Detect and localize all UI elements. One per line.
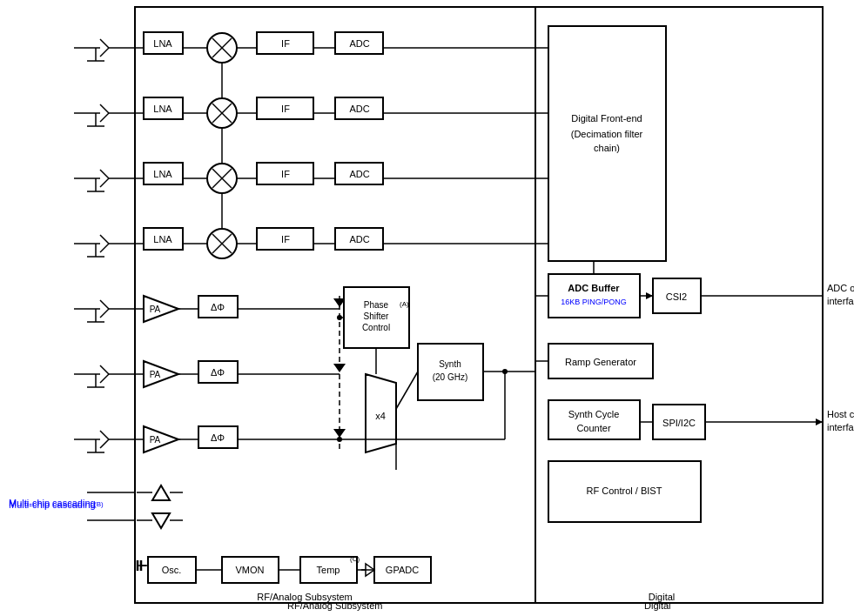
svg-line-5 (100, 39, 109, 48)
svg-text:Synth Cycle: Synth Cycle (568, 409, 620, 419)
svg-text:ADC: ADC (349, 169, 369, 179)
svg-text:ADC Buffer: ADC Buffer (568, 283, 620, 293)
svg-text:IF: IF (281, 169, 290, 179)
svg-line-111 (100, 439, 109, 448)
svg-text:interface: interface (827, 422, 854, 432)
svg-line-64 (100, 244, 109, 252)
svg-line-98 (100, 365, 109, 374)
svg-text:Synth: Synth (439, 359, 461, 369)
svg-text:CSI2: CSI2 (666, 291, 687, 302)
svg-text:PA: PA (150, 370, 161, 379)
svg-line-87 (100, 309, 109, 318)
svg-text:GPADC: GPADC (386, 565, 419, 575)
svg-rect-147 (548, 274, 640, 318)
svg-marker-187 (152, 485, 170, 500)
svg-rect-160 (548, 400, 640, 439)
svg-text:IF: IF (281, 38, 290, 49)
svg-text:(20 GHz): (20 GHz) (433, 372, 468, 382)
svg-point-131 (337, 315, 342, 320)
svg-text:Host control: Host control (827, 409, 854, 419)
svg-text:ΔΦ: ΔΦ (211, 432, 225, 443)
svg-text:ADC: ADC (349, 104, 369, 114)
svg-text:RF Control / BIST: RF Control / BIST (587, 485, 662, 496)
svg-text:Phase: Phase (364, 300, 389, 310)
svg-text:(A): (A) (400, 300, 409, 308)
svg-line-26 (100, 113, 109, 122)
svg-line-6 (100, 48, 109, 57)
svg-text:Ramp Generator: Ramp Generator (565, 357, 636, 367)
svg-text:interface: interface (827, 296, 854, 306)
svg-line-25 (100, 104, 109, 113)
svg-text:16KB PING/PONG: 16KB PING/PONG (561, 298, 627, 306)
svg-marker-166 (816, 418, 823, 425)
svg-line-44 (100, 170, 109, 178)
svg-text:Shifter: Shifter (364, 311, 390, 321)
svg-text:LNA: LNA (153, 104, 172, 114)
svg-line-45 (100, 178, 109, 187)
svg-text:(Decimation filter: (Decimation filter (571, 129, 643, 139)
svg-text:Digital Front-end: Digital Front-end (571, 113, 642, 124)
svg-marker-153 (646, 292, 653, 299)
svg-text:ADC output: ADC output (827, 283, 854, 293)
svg-text:LNA: LNA (153, 169, 172, 179)
diagram-container: RF/Analog Subsystem Digital LNA IF ADC (0, 0, 854, 616)
svg-text:SPI/I2C: SPI/I2C (662, 418, 696, 428)
svg-text:LNA: LNA (153, 234, 172, 244)
svg-text:x4: x4 (375, 411, 386, 421)
svg-text:Counter: Counter (576, 423, 610, 433)
svg-text:Osc.: Osc. (162, 565, 182, 575)
svg-point-143 (337, 437, 342, 442)
svg-text:(C): (C) (350, 555, 360, 563)
svg-marker-188 (152, 513, 170, 528)
svg-marker-123 (333, 364, 346, 372)
svg-marker-124 (333, 429, 346, 438)
svg-text:chain): chain) (594, 143, 620, 153)
diagram-svg: RF/Analog Subsystem Digital LNA IF ADC (0, 0, 854, 616)
svg-line-138 (396, 372, 418, 409)
svg-text:IF: IF (281, 104, 290, 114)
multi-chip-label: Multi-chip cascading (9, 499, 96, 510)
svg-text:Temp: Temp (317, 565, 340, 575)
svg-line-86 (100, 300, 109, 309)
svg-text:Control: Control (362, 323, 390, 332)
svg-text:PA: PA (150, 435, 161, 445)
svg-text:VMON: VMON (236, 565, 265, 575)
svg-line-63 (100, 235, 109, 244)
svg-line-110 (100, 431, 109, 439)
svg-text:IF: IF (281, 234, 290, 244)
svg-text:LNA: LNA (153, 38, 172, 49)
svg-text:ADC: ADC (349, 38, 369, 49)
svg-text:ΔΦ: ΔΦ (211, 367, 225, 378)
svg-text:PA: PA (150, 305, 161, 314)
svg-text:ΔΦ: ΔΦ (211, 302, 225, 312)
rf-analog-label: RF/Analog Subsystem (287, 600, 382, 611)
digital-label: Digital (644, 600, 671, 611)
svg-line-99 (100, 374, 109, 383)
svg-text:ADC: ADC (349, 234, 369, 244)
